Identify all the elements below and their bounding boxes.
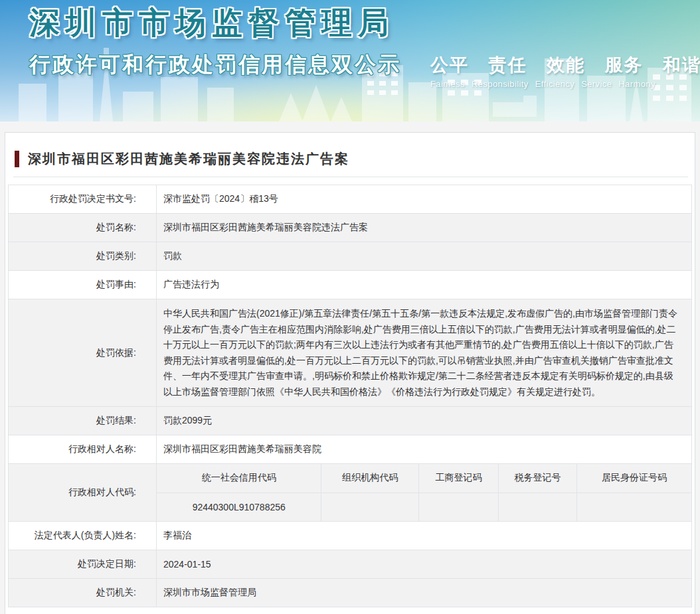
row-value: 深圳市市场监督管理局 [157, 579, 692, 607]
codes-header-row: 统一社会信用代码 组织机构代码 工商登记码 税务登记号 居民身份证号码 [157, 464, 691, 493]
codes-sub-table: 统一社会信用代码 组织机构代码 工商登记码 税务登记号 居民身份证号码 9244… [157, 464, 691, 521]
row-value: 广告违法行为 [157, 271, 692, 299]
code-value [498, 493, 576, 521]
row-counterpart-name: 行政相对人名称: 深圳市福田区彩田茜施美希瑞丽美容院 [9, 435, 692, 464]
codes-value-row: 92440300L910788256 [157, 493, 691, 521]
row-legal-representative: 法定代表人(负责人)姓名: 李福治 [9, 522, 692, 550]
row-value: 罚款2099元 [157, 407, 692, 435]
row-label: 处罚名称: [9, 214, 157, 242]
title-marker [15, 151, 19, 167]
row-label: 处罚结果: [9, 407, 157, 435]
code-value [577, 493, 691, 521]
title-divider [13, 177, 688, 177]
code-value [418, 493, 498, 521]
code-col-header: 居民身份证号码 [577, 464, 691, 493]
row-value: 李福治 [157, 522, 692, 550]
row-penalty-reason: 处罚事由: 广告违法行为 [9, 271, 692, 299]
content-card: 深圳市福田区彩田茜施美希瑞丽美容院违法广告案 行政处罚决定书文号: 深市监处罚〔… [5, 132, 695, 614]
row-value: 罚款 [157, 242, 692, 271]
row-penalty-category: 处罚类别: 罚款 [9, 242, 692, 271]
site-banner: 深圳市市场监督管理局 行政许可和行政处罚信用信息双公示 公平 责任 效能 服务 … [0, 0, 700, 121]
code-col-header: 工商登记码 [418, 464, 498, 493]
slogan-chinese: 公平 责任 效能 服务 和谐 [430, 53, 700, 77]
site-title: 深圳市市场监督管理局 [29, 3, 394, 44]
row-value: 2024-01-15 [157, 550, 692, 579]
case-title: 深圳市福田区彩田茜施美希瑞丽美容院违法广告案 [28, 150, 349, 168]
row-penalty-basis: 处罚依据: 中华人民共和国广告法(2021修正)/第五章法律责任/第五十五条/第… [9, 299, 692, 407]
banner-subtitle: 行政许可和行政处罚信用信息双公示 [29, 50, 401, 80]
row-label: 行政相对人名称: [9, 435, 157, 464]
row-value: 深市监处罚〔2024〕稽13号 [157, 185, 692, 214]
code-col-header: 税务登记号 [498, 464, 576, 493]
row-label: 处罚决定日期: [9, 550, 157, 579]
counterpart-codes-subtable-cell: 统一社会信用代码 组织机构代码 工商登记码 税务登记号 居民身份证号码 9244… [157, 464, 692, 522]
page: 深圳市市场监督管理局 行政许可和行政处罚信用信息双公示 公平 责任 效能 服务 … [0, 0, 700, 614]
code-value: 92440300L910788256 [157, 493, 321, 521]
row-penalty-authority: 处罚机关: 深圳市市场监督管理局 [9, 579, 692, 607]
code-col-header: 组织机构代码 [321, 464, 419, 493]
slogan-english: Faimess Responsibility Efficiency Servic… [430, 79, 700, 89]
row-label: 处罚类别: [9, 242, 157, 271]
code-col-header: 统一社会信用代码 [157, 464, 321, 493]
row-counterpart-codes: 行政相对人代码: 统一社会信用代码 组织机构代码 工商登记码 [9, 464, 692, 522]
row-label: 法定代表人(负责人)姓名: [9, 522, 157, 550]
row-label: 处罚机关: [9, 579, 157, 607]
row-label: 处罚依据: [9, 299, 157, 407]
row-label: 行政处罚决定书文号: [9, 185, 157, 214]
row-value: 深圳市福田区彩田茜施美希瑞丽美容院 [157, 435, 692, 464]
penalty-basis-text: 中华人民共和国广告法(2021修正)/第五章法律责任/第五十五条/第一款违反本法… [157, 299, 692, 407]
code-value [321, 493, 419, 521]
row-label: 处罚事由: [9, 271, 157, 299]
row-penalty-result: 处罚结果: 罚款2099元 [9, 407, 692, 435]
banner-slogan: 公平 责任 效能 服务 和谐 Faimess Responsibility Ef… [430, 53, 700, 89]
penalty-info-table: 行政处罚决定书文号: 深市监处罚〔2024〕稽13号 处罚名称: 深圳市福田区彩… [8, 185, 692, 607]
row-penalty-doc-number: 行政处罚决定书文号: 深市监处罚〔2024〕稽13号 [9, 185, 692, 214]
row-penalty-decision-date: 处罚决定日期: 2024-01-15 [9, 550, 692, 579]
row-label: 行政相对人代码: [9, 464, 157, 522]
case-title-block: 深圳市福田区彩田茜施美希瑞丽美容院违法广告案 [15, 150, 692, 168]
row-value: 深圳市福田区彩田茜施美希瑞丽美容院违法广告案 [157, 214, 692, 242]
row-penalty-name: 处罚名称: 深圳市福田区彩田茜施美希瑞丽美容院违法广告案 [9, 214, 692, 242]
